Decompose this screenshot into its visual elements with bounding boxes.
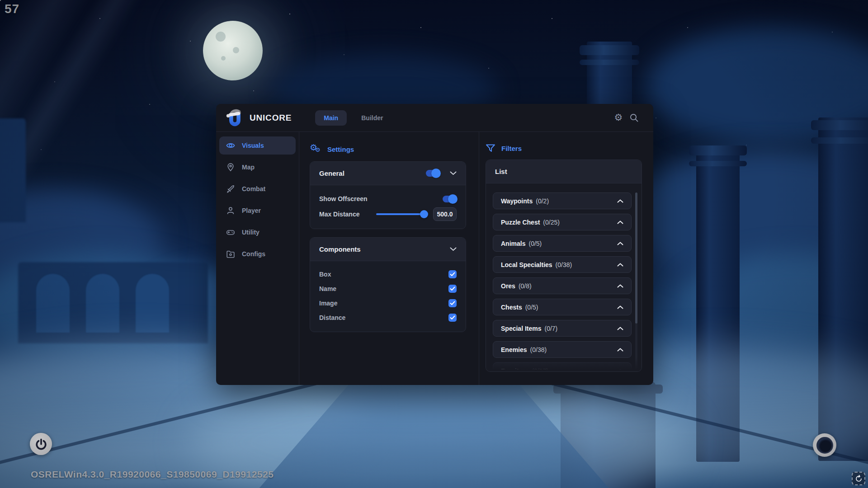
components-card: Components Box Name [310,237,466,332]
power-icon [35,438,47,450]
scrollbar-thumb[interactable] [635,192,637,324]
settings-gear-icon[interactable]: ⚙ [611,110,626,126]
filter-item-chests[interactable]: Chests (0/5) [493,299,632,315]
sidebar-item-player[interactable]: Player [219,202,296,220]
general-toggle[interactable] [426,170,440,177]
components-title: Components [319,245,361,253]
chevron-up-icon [617,369,623,372]
settings-panel: ⚙⚙ Settings General Show Offscre [299,132,479,385]
max-distance-value[interactable]: 500.0 [433,207,457,221]
unicore-logo-icon [225,108,244,128]
chevron-down-icon [450,171,457,175]
window-header: UNICORE Main Builder ⚙ [216,104,653,132]
scrollbar-track[interactable] [635,192,637,370]
filters-title: Filters [486,144,642,153]
components-section-header[interactable]: Components [310,238,466,261]
power-button[interactable] [30,433,52,455]
overlay-toggle-button[interactable] [813,433,836,457]
chevron-up-icon [617,305,623,309]
filter-item-partial[interactable]: Furniture (0/17) [493,362,632,372]
filter-item-ores[interactable]: Ores (0/8) [493,277,632,294]
unicore-window: UNICORE Main Builder ⚙ Visuals [216,104,653,385]
sync-status-box[interactable] [852,472,865,485]
name-checkbox[interactable] [448,285,457,293]
eye-icon [226,141,235,150]
tab-main[interactable]: Main [315,110,347,126]
chevron-up-icon [617,221,623,224]
chevron-up-icon [617,348,623,352]
settings-title: ⚙⚙ Settings [310,144,466,155]
component-row: Box [319,267,457,282]
refresh-icon [855,475,863,483]
main-nav: Main Builder [315,110,391,126]
filter-list-card: List Waypoints (0/2) Puzzle Chest (0/25) [486,160,642,372]
show-offscreen-toggle[interactable] [443,196,457,202]
max-distance-row: Max Distance 500.0 [319,206,457,222]
general-section-header[interactable]: General [310,162,466,185]
person-icon [226,206,235,215]
image-checkbox[interactable] [448,299,457,307]
sidebar-item-map[interactable]: Map [219,158,296,176]
sidebar-item-configs[interactable]: Configs [219,245,296,263]
chevron-up-icon [617,242,623,245]
general-card: General Show Offscreen [310,161,466,229]
slider-thumb[interactable] [420,210,428,218]
chevron-up-icon [617,284,623,288]
tab-builder[interactable]: Builder [353,110,391,126]
search-icon[interactable] [626,110,642,126]
sidebar-item-label: Combat [242,185,265,192]
fps-counter: 57 [5,2,19,16]
filter-scroll-area: Waypoints (0/2) Puzzle Chest (0/25) [486,183,642,372]
component-row: Name [319,282,457,296]
filter-item-animals[interactable]: Animals (0/5) [493,235,632,252]
map-pin-icon [226,163,235,172]
sidebar: Visuals Map Combat [216,132,299,385]
filter-item-puzzle-chest[interactable]: Puzzle Chest (0/25) [493,214,632,230]
folder-icon [226,249,235,258]
chevron-up-icon [617,327,623,330]
lens-icon [816,437,833,454]
sidebar-item-combat[interactable]: Combat [219,180,296,198]
component-row: Image [319,296,457,310]
filters-panel: Filters List Waypoints (0/2) Puzzle Ches… [479,132,653,385]
component-row: Distance [319,310,457,325]
distance-checkbox[interactable] [448,314,457,322]
sidebar-item-label: Utility [242,229,259,236]
game-version-text: OSRELWin4.3.0_R19920066_S19850069_D19912… [31,469,274,480]
show-offscreen-row: Show Offscreen [319,191,457,206]
filter-item-special-items[interactable]: Special Items (0/7) [493,320,632,337]
sidebar-item-label: Map [242,164,255,171]
general-title: General [319,169,344,177]
filter-item-enemies[interactable]: Enemies (0/38) [493,341,632,358]
brand-title: UNICORE [250,113,292,123]
list-header: List [486,160,642,183]
double-gear-icon: ⚙⚙ [310,144,321,155]
chevron-up-icon [617,199,623,203]
sidebar-item-label: Configs [242,250,265,258]
sidebar-item-visuals[interactable]: Visuals [219,136,296,155]
max-distance-label: Max Distance [319,211,359,218]
show-offscreen-label: Show Offscreen [319,195,368,202]
gamepad-icon [226,228,235,237]
chevron-down-icon [450,247,457,251]
sword-icon [226,184,235,193]
max-distance-slider[interactable] [376,213,427,215]
filter-funnel-icon [486,144,495,153]
game-background: 57 OSRELWin4.3.0_R19920066_S19850069_D19… [0,0,868,488]
chevron-up-icon [617,263,623,267]
filter-item-waypoints[interactable]: Waypoints (0/2) [493,192,632,209]
box-checkbox[interactable] [448,270,457,278]
sidebar-item-label: Visuals [242,142,264,149]
sidebar-item-utility[interactable]: Utility [219,223,296,241]
filter-item-local-specialties[interactable]: Local Specialties (0/38) [493,256,632,273]
sidebar-item-label: Player [242,207,261,214]
